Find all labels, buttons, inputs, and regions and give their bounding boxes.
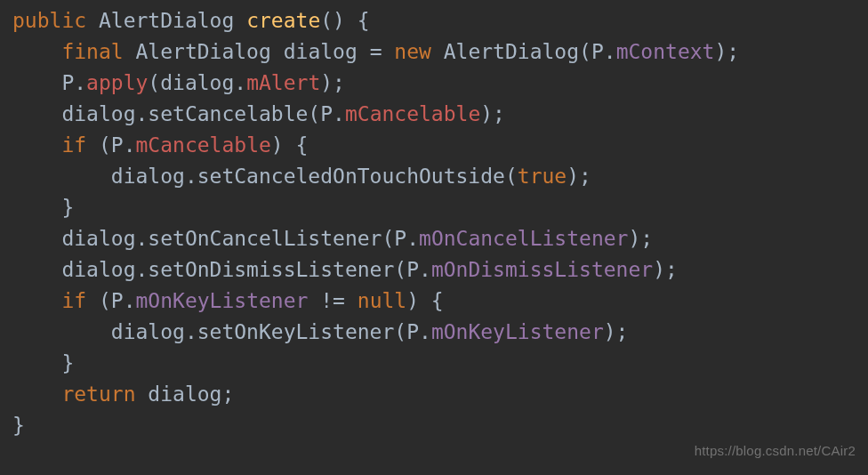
watermark-text: https://blog.csdn.net/CAir2: [695, 435, 856, 466]
code-line: public AlertDialog create() {: [12, 9, 370, 32]
code-line: }: [12, 414, 25, 437]
code-block: public AlertDialog create() { final Aler…: [0, 0, 868, 441]
code-line: dialog.setCanceledOnTouchOutside(true);: [12, 165, 591, 188]
code-line: return dialog;: [12, 382, 234, 406]
code-line: dialog.setCancelable(P.mCancelable);: [12, 102, 505, 125]
code-line: dialog.setOnKeyListener(P.mOnKeyListener…: [12, 320, 628, 343]
code-line: dialog.setOnCancelListener(P.mOnCancelLi…: [12, 227, 653, 250]
code-line: P.apply(dialog.mAlert);: [12, 71, 345, 94]
code-line: dialog.setOnDismissListener(P.mOnDismiss…: [12, 258, 678, 281]
code-line: }: [12, 351, 74, 374]
code-line: final AlertDialog dialog = new AlertDial…: [12, 40, 739, 63]
code-line: if (P.mOnKeyListener != null) {: [12, 289, 444, 312]
code-line: if (P.mCancelable) {: [12, 133, 308, 157]
code-line: }: [12, 196, 74, 219]
